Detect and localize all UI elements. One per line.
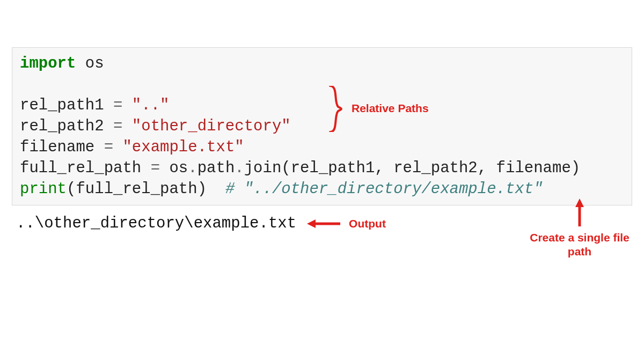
code-line: print(full_rel_path) # "../other_directo… (20, 179, 624, 200)
code-block: import os rel_path1 = ".."rel_path2 = "o… (12, 47, 632, 205)
arrow-up-icon (574, 199, 586, 227)
single-file-path-annotation-group: Create a single file path (537, 199, 623, 259)
output-text: ..\other_directory\example.txt (16, 215, 296, 232)
relative-paths-annotation: Relative Paths (352, 102, 429, 115)
output-annotation: Output (349, 217, 386, 230)
curly-brace-icon (327, 86, 349, 132)
code-line: rel_path1 = ".." (20, 95, 624, 116)
svg-marker-3 (575, 199, 584, 207)
arrow-left-icon (307, 218, 341, 230)
svg-marker-1 (307, 219, 316, 228)
output-row: ..\other_directory\example.txt Output (16, 215, 386, 232)
code-line: rel_path2 = "other_directory" (20, 116, 624, 137)
single-file-path-annotation: Create a single file path (530, 231, 630, 259)
code-line: import os (20, 53, 624, 74)
code-line: filename = "example.txt" (20, 137, 624, 158)
code-line (20, 74, 624, 95)
code-line: full_rel_path = os.path.join(rel_path1, … (20, 158, 624, 179)
